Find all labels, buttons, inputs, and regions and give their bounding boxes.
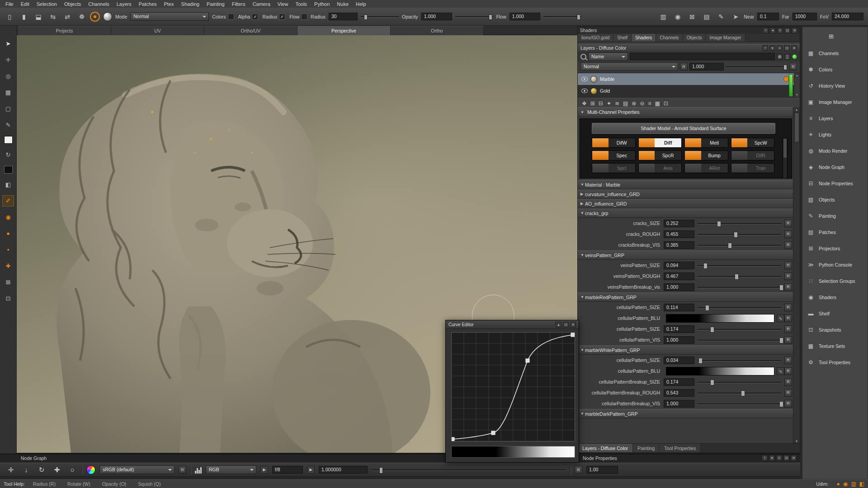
file-toolbar-icon[interactable]: ⇆ [48, 12, 58, 22]
rail-tool-icon[interactable]: ✚ [3, 261, 14, 271]
sidebar-item[interactable]: ✎ Painting [802, 208, 868, 224]
param-value-field[interactable]: 0.174 [664, 325, 694, 333]
param-reset-button[interactable]: R [784, 304, 792, 311]
gamma-reset-button[interactable]: R [575, 466, 582, 474]
param-slider[interactable] [698, 337, 781, 343]
sidebar-item[interactable]: ▦ Channels [802, 45, 868, 61]
gain-field[interactable]: 1.000000 [319, 466, 368, 474]
sidebar-item[interactable]: ≫ Python Console [802, 257, 868, 273]
layer-toolbar-icon[interactable]: ⊞ [590, 100, 595, 107]
menu-item[interactable]: Patches [135, 0, 160, 8]
shader-panel-tab[interactable]: Shelf [613, 34, 632, 42]
collapse-triangle-icon[interactable] [580, 412, 585, 416]
layer-toolbar-icon[interactable]: ⊡ [664, 100, 668, 107]
rail-tool-icon[interactable] [4, 136, 13, 144]
sidebar-item[interactable]: ↺ History View [802, 78, 868, 94]
brush-preview-icon[interactable] [103, 12, 112, 21]
layer-row[interactable]: Marble [578, 73, 800, 85]
property-row[interactable]: marbleDarkPattern_GRP marbleDarkPattern_… [578, 409, 794, 418]
param-reset-button[interactable]: R [784, 336, 792, 344]
sidebar-item[interactable]: ✽ Colors [802, 61, 868, 78]
channel-button[interactable]: Metl [684, 138, 728, 148]
blend-mode-select[interactable]: Normal [580, 62, 678, 71]
layer-toolbar-icon[interactable]: ⊖ [640, 100, 644, 107]
window-control-icon[interactable]: ? [762, 455, 768, 461]
param-value-field[interactable]: 1.000 [664, 283, 694, 291]
visibility-icon[interactable] [581, 77, 588, 81]
collapse-triangle-icon[interactable] [580, 253, 585, 257]
param-reset-button[interactable]: R [784, 262, 792, 269]
property-row[interactable]: curvature_influence_GRD curvature_influe… [578, 189, 794, 199]
window-control-icon[interactable]: ⊡ [784, 45, 790, 51]
property-row[interactable]: cellularPattern_VIS cellularPattern_VIS … [578, 334, 794, 345]
param-reset-button[interactable]: R [784, 241, 792, 249]
udim-icon[interactable]: ◉ [843, 481, 848, 487]
menu-item[interactable]: Channels [85, 0, 113, 8]
sidebar-item[interactable]: ◍ Modo Render [802, 143, 868, 159]
layer-toolbar-icon[interactable]: ▤ [623, 100, 628, 107]
slider-handle[interactable] [698, 358, 703, 364]
channel-button[interactable]: Spec [592, 150, 636, 160]
property-row[interactable]: AO_influence_GRD AO_influence_GRD ∿ R [578, 199, 794, 208]
param-reset-button[interactable]: R [784, 314, 792, 322]
param-slider[interactable] [698, 242, 781, 249]
sidebar-top-row[interactable]: ⊞ [802, 27, 868, 45]
sidebar-item[interactable]: ⊟ Node Properties [802, 175, 868, 192]
near-field[interactable]: 0.1 [757, 13, 779, 20]
group-header[interactable]: marbleWhitePattern_GRP [580, 347, 640, 353]
file-toolbar-icon[interactable]: ⬓ [33, 12, 43, 22]
rail-tool-icon[interactable]: ◎ [3, 71, 14, 81]
menu-item[interactable]: File [2, 0, 17, 8]
property-row[interactable]: cellularPatternBreakup_ROUGH cellularPat… [578, 387, 794, 398]
checkbox-box[interactable] [228, 14, 234, 20]
window-control-icon[interactable]: ? [763, 28, 769, 33]
param-value-field[interactable]: 1.000 [664, 336, 694, 344]
channel-scrollbar[interactable] [783, 138, 788, 178]
rail-tool-icon[interactable]: ⊡ [3, 293, 14, 304]
slider-handle[interactable] [734, 232, 738, 238]
histogram-icon[interactable] [195, 466, 202, 474]
window-control-icon[interactable]: ✕ [791, 45, 797, 51]
property-row[interactable]: cellularPattern_BLU cellularPattern_BLU … [578, 366, 794, 376]
param-reset-button[interactable]: R [784, 325, 792, 333]
property-row[interactable]: veinsPatternBreakup_vis veinsPatternBrea… [578, 282, 794, 292]
layer-toolbar-icon[interactable]: ⊟ [599, 100, 603, 107]
menu-item[interactable]: Objects [61, 0, 85, 8]
blend-reset-button-2[interactable]: R [789, 63, 797, 70]
menu-item[interactable]: Edit [17, 0, 33, 8]
rail-tool-icon[interactable]: ▦ [3, 87, 14, 98]
menu-item[interactable]: Camera [249, 0, 274, 8]
slider-handle[interactable] [705, 305, 709, 311]
rail-tool-icon[interactable]: ▢ [3, 103, 14, 114]
viewport-tab[interactable]: Projects [18, 26, 111, 35]
viewport-tab[interactable]: Perspective [297, 26, 391, 35]
brush-falloff-icon[interactable] [90, 12, 100, 22]
param-slider[interactable] [698, 220, 781, 227]
param-slider[interactable] [698, 284, 781, 291]
property-row[interactable]: cellularPattern_SIZE cellularPattern_SIZ… [578, 302, 794, 313]
group-header[interactable]: veinsPattern_GRP [580, 253, 624, 258]
menu-item[interactable]: Tools [292, 0, 311, 8]
flow-slider[interactable] [543, 14, 581, 20]
param-reset-button[interactable]: R [784, 389, 792, 397]
sidebar-item[interactable]: ◉ Shaders [802, 289, 868, 305]
scroll-thumb[interactable] [794, 113, 799, 142]
layer-toolbar-icon[interactable]: ⊕ [632, 100, 636, 107]
opacity-field[interactable]: 1.000 [421, 13, 452, 20]
property-row[interactable]: marbleWhitePattern_GRP marbleWhitePatter… [578, 345, 794, 355]
menu-item[interactable]: Shading [178, 0, 203, 8]
paint-toolbar-icon[interactable]: ⊠ [687, 12, 697, 22]
viewport-tab[interactable]: Ortho/UV [204, 26, 297, 35]
delete-layer-icon[interactable]: ▯ [784, 54, 790, 60]
collapse-triangle-icon[interactable] [580, 348, 585, 352]
menu-item[interactable]: Help [352, 0, 370, 8]
property-row[interactable]: veinsPattern_GRP veinsPattern_GRP ∿ R [578, 250, 794, 260]
file-toolbar-icon[interactable]: ▮ [19, 12, 29, 22]
rail-tool-icon[interactable]: ◉ [3, 212, 14, 222]
rail-tool-icon[interactable]: ◧ [3, 179, 14, 190]
window-control-icon[interactable]: ▴ [556, 322, 561, 328]
rail-tool-icon[interactable]: ⊠ [3, 277, 14, 287]
slider-handle[interactable] [735, 274, 739, 280]
param-value-field[interactable]: 0.094 [664, 262, 694, 269]
checkbox-box[interactable] [301, 14, 307, 20]
